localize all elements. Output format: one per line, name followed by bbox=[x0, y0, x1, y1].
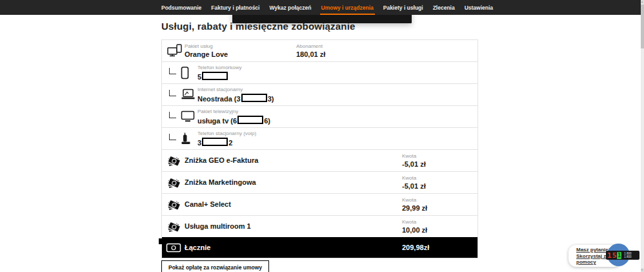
amount-value: 29,99 zł bbox=[402, 204, 427, 212]
amount-label: Abonament bbox=[296, 43, 325, 49]
counter-green-digit: 1 bbox=[617, 252, 621, 259]
service-name: Usługa multiroom 1 bbox=[185, 222, 251, 230]
redaction-box bbox=[202, 138, 228, 146]
table-row-service: Canal+ Select Kwota 29,99 zł bbox=[162, 194, 478, 216]
amount-value: 10,00 zł bbox=[402, 226, 427, 234]
banknotes-icon bbox=[166, 176, 182, 191]
banknotes-icon bbox=[166, 198, 182, 213]
devices-icon bbox=[166, 44, 182, 58]
service-name: Orange Love bbox=[185, 50, 228, 58]
banknotes-icon bbox=[166, 154, 182, 169]
nav-item-podsumowanie[interactable]: Podsumowanie bbox=[161, 0, 201, 15]
nav-item-wykaz-polaczen[interactable]: Wykaz połączeń bbox=[269, 0, 311, 15]
laptop-icon bbox=[181, 89, 196, 100]
mobile-phone-icon bbox=[181, 67, 189, 79]
masked-number: 5 bbox=[197, 72, 241, 81]
counter-digit: 1 bbox=[607, 252, 612, 259]
redaction-box bbox=[202, 72, 228, 80]
counter-small-bottom: 1 800 bbox=[624, 255, 631, 258]
amount-label: Kwota bbox=[402, 197, 427, 203]
nav-item-ustawienia[interactable]: Ustawienia bbox=[465, 0, 493, 15]
table-row-discount: Zniżka Marketingowa Kwota -5,01 zł bbox=[162, 172, 478, 194]
table-row-sub-service: Pakiet telewizyjny usługa tv (66) bbox=[162, 106, 478, 128]
amount-value: -5,01 zł bbox=[402, 182, 426, 190]
table-row-package: Pakiet usług Orange Love Abonament 180,0… bbox=[162, 40, 478, 62]
top-navigation: Podsumowanie Faktury i płatności Wykaz p… bbox=[0, 0, 641, 15]
masked-number: 32 bbox=[197, 138, 256, 147]
edge-notch bbox=[159, 238, 162, 244]
scroll-up-icon[interactable] bbox=[641, 0, 644, 4]
amount-value: -5,01 zł bbox=[402, 160, 426, 168]
counter-display: 1 5 1 1 800 1 800 bbox=[606, 251, 639, 260]
amount-label: Kwota bbox=[402, 219, 427, 225]
masked-number: usługa tv (66) bbox=[197, 116, 270, 125]
table-row-sub-service: Internet stacjonarny Neostrada (33) bbox=[162, 84, 478, 106]
tv-icon bbox=[181, 110, 195, 122]
banknotes-icon bbox=[166, 220, 182, 235]
landline-phone-icon bbox=[181, 132, 191, 145]
show-termination-fee-button[interactable]: Pokaż opłatę za rozwiązanie umowy bbox=[161, 260, 269, 272]
tree-connector-icon bbox=[169, 134, 176, 140]
services-table: Pakiet usług Orange Love Abonament 180,0… bbox=[161, 39, 478, 258]
tree-connector-icon bbox=[169, 112, 176, 118]
tree-connector-icon bbox=[169, 68, 176, 74]
service-type-label: Internet stacjonarny bbox=[197, 87, 274, 92]
nav-item-faktury-i-platnosci[interactable]: Faktury i płatności bbox=[211, 0, 259, 15]
nav-item-umowy-i-urzadzenia[interactable]: Umowy i urządzenia bbox=[321, 0, 374, 15]
banknote-icon bbox=[166, 242, 181, 254]
service-type-label: Pakiet usług bbox=[185, 43, 228, 49]
table-row-sub-service: Telefon komórkowy 5 bbox=[162, 62, 478, 84]
amount-label: Kwota bbox=[402, 153, 426, 159]
scrollbar-thumb[interactable] bbox=[641, 5, 644, 48]
scroll-down-icon[interactable] bbox=[641, 268, 644, 272]
total-amount: 209,98zł bbox=[402, 244, 429, 251]
service-name: Canal+ Select bbox=[185, 200, 231, 208]
service-type-label: Telefon komórkowy bbox=[197, 65, 241, 70]
amount-label: Kwota bbox=[402, 175, 426, 181]
redaction-box bbox=[241, 94, 267, 102]
nav-item-zlecenia[interactable]: Zlecenia bbox=[433, 0, 455, 15]
counter-digit: 5 bbox=[612, 252, 617, 259]
masked-number: Neostrada (33) bbox=[197, 94, 274, 103]
nav-item-pakiety-i-uslugi[interactable]: Pakiety i usługi bbox=[383, 0, 423, 15]
amount-value: 180,01 zł bbox=[296, 50, 325, 58]
redaction-box bbox=[237, 116, 263, 124]
discount-name: Zniżka Marketingowa bbox=[185, 178, 256, 186]
discount-name: Zniżka GEO e-Faktura bbox=[185, 156, 258, 164]
table-row-sub-service: Telefon stacjonarny (voip) 32 bbox=[162, 128, 478, 150]
service-type-label: Telefon stacjonarny (voip) bbox=[197, 131, 256, 136]
service-type-label: Pakiet telewizyjny bbox=[197, 109, 270, 114]
table-row-discount: Zniżka GEO e-Faktura Kwota -5,01 zł bbox=[162, 150, 478, 172]
vertical-scrollbar[interactable] bbox=[641, 0, 644, 272]
total-label: Łącznie bbox=[185, 244, 210, 251]
table-row-service: Usługa multiroom 1 Kwota 10,00 zł bbox=[162, 216, 478, 237]
total-row: Łącznie 209,98zł bbox=[162, 237, 478, 258]
tree-connector-icon bbox=[169, 90, 176, 96]
